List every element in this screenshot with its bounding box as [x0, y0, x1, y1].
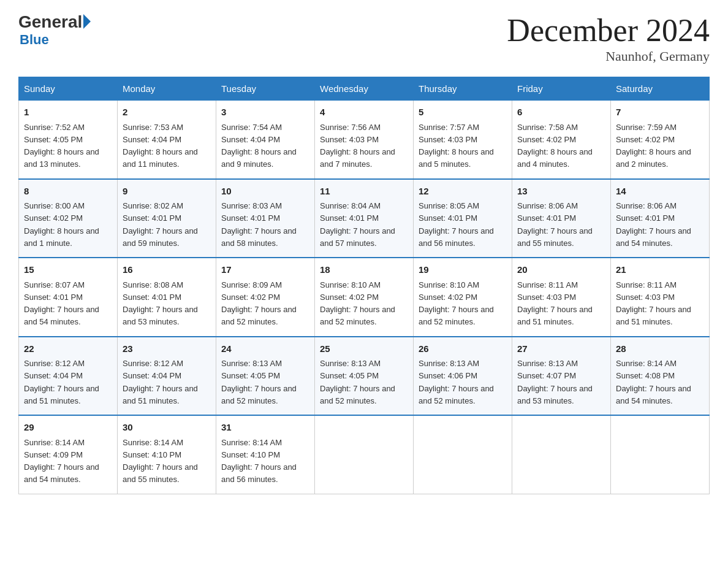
day-info: Sunrise: 8:13 AMSunset: 4:07 PMDaylight:…	[517, 359, 593, 405]
day-info: Sunrise: 8:02 AMSunset: 4:01 PMDaylight:…	[123, 201, 198, 248]
day-number: 22	[24, 342, 112, 356]
day-info: Sunrise: 8:13 AMSunset: 4:06 PMDaylight:…	[419, 359, 494, 405]
calendar-cell: 9 Sunrise: 8:02 AMSunset: 4:01 PMDayligh…	[118, 179, 216, 258]
calendar-cell: 8 Sunrise: 8:00 AMSunset: 4:02 PMDayligh…	[19, 179, 118, 258]
calendar-cell	[512, 415, 611, 494]
day-number: 1	[24, 105, 112, 120]
day-number: 30	[123, 421, 211, 435]
calendar-cell: 27 Sunrise: 8:13 AMSunset: 4:07 PMDaylig…	[512, 337, 611, 416]
day-info: Sunrise: 7:52 AMSunset: 4:05 PMDaylight:…	[24, 123, 99, 169]
calendar-week-row: 8 Sunrise: 8:00 AMSunset: 4:02 PMDayligh…	[19, 179, 710, 258]
calendar-cell: 18 Sunrise: 8:10 AMSunset: 4:02 PMDaylig…	[315, 258, 414, 337]
calendar-cell: 20 Sunrise: 8:11 AMSunset: 4:03 PMDaylig…	[512, 258, 611, 337]
day-number: 13	[517, 185, 605, 199]
day-number: 14	[616, 185, 704, 199]
calendar-cell: 19 Sunrise: 8:10 AMSunset: 4:02 PMDaylig…	[414, 258, 512, 337]
day-info: Sunrise: 7:53 AMSunset: 4:04 PMDaylight:…	[123, 123, 198, 169]
day-info: Sunrise: 8:00 AMSunset: 4:02 PMDaylight:…	[24, 201, 99, 248]
calendar-cell: 17 Sunrise: 8:09 AMSunset: 4:02 PMDaylig…	[216, 258, 315, 337]
calendar-cell: 7 Sunrise: 7:59 AMSunset: 4:02 PMDayligh…	[611, 101, 710, 179]
calendar-cell: 16 Sunrise: 8:08 AMSunset: 4:01 PMDaylig…	[118, 258, 216, 337]
calendar-cell: 21 Sunrise: 8:11 AMSunset: 4:03 PMDaylig…	[611, 258, 710, 337]
day-number: 15	[24, 263, 112, 277]
logo-general: General	[18, 12, 82, 32]
calendar-cell: 6 Sunrise: 7:58 AMSunset: 4:02 PMDayligh…	[512, 101, 611, 179]
day-number: 26	[419, 342, 507, 356]
calendar-cell	[315, 415, 414, 494]
calendar-cell: 31 Sunrise: 8:14 AMSunset: 4:10 PMDaylig…	[216, 415, 315, 494]
day-number: 2	[123, 105, 211, 120]
calendar-week-row: 29 Sunrise: 8:14 AMSunset: 4:09 PMDaylig…	[19, 415, 710, 494]
calendar-cell: 2 Sunrise: 7:53 AMSunset: 4:04 PMDayligh…	[118, 101, 216, 179]
day-number: 10	[221, 185, 309, 199]
day-info: Sunrise: 8:05 AMSunset: 4:01 PMDaylight:…	[419, 201, 494, 248]
day-number: 11	[320, 185, 408, 199]
weekday-header-thursday: Thursday	[414, 77, 512, 101]
logo-blue-text: Blue	[20, 32, 91, 48]
calendar-cell: 1 Sunrise: 7:52 AMSunset: 4:05 PMDayligh…	[19, 101, 118, 179]
calendar-cell	[611, 415, 710, 494]
page-header: General Blue December 2024 Naunhof, Germ…	[18, 12, 710, 64]
logo-arrow-icon	[83, 14, 91, 29]
month-title: December 2024	[507, 12, 710, 48]
calendar-cell: 13 Sunrise: 8:06 AMSunset: 4:01 PMDaylig…	[512, 179, 611, 258]
weekday-header-monday: Monday	[118, 77, 216, 101]
calendar-week-row: 15 Sunrise: 8:07 AMSunset: 4:01 PMDaylig…	[19, 258, 710, 337]
day-number: 27	[517, 342, 605, 356]
day-info: Sunrise: 7:57 AMSunset: 4:03 PMDaylight:…	[419, 123, 494, 169]
logo: General Blue	[18, 12, 91, 48]
day-info: Sunrise: 7:59 AMSunset: 4:02 PMDaylight:…	[616, 123, 691, 169]
calendar-week-row: 22 Sunrise: 8:12 AMSunset: 4:04 PMDaylig…	[19, 337, 710, 416]
day-number: 9	[123, 185, 211, 199]
day-number: 20	[517, 263, 605, 277]
day-info: Sunrise: 8:10 AMSunset: 4:02 PMDaylight:…	[320, 280, 395, 327]
calendar-cell: 15 Sunrise: 8:07 AMSunset: 4:01 PMDaylig…	[19, 258, 118, 337]
day-info: Sunrise: 8:04 AMSunset: 4:01 PMDaylight:…	[320, 201, 395, 248]
day-number: 24	[221, 342, 309, 356]
calendar-cell: 24 Sunrise: 8:13 AMSunset: 4:05 PMDaylig…	[216, 337, 315, 416]
day-info: Sunrise: 7:56 AMSunset: 4:03 PMDaylight:…	[320, 123, 395, 169]
day-info: Sunrise: 8:13 AMSunset: 4:05 PMDaylight:…	[221, 359, 297, 405]
weekday-header-row: SundayMondayTuesdayWednesdayThursdayFrid…	[19, 77, 710, 101]
calendar-cell: 3 Sunrise: 7:54 AMSunset: 4:04 PMDayligh…	[216, 101, 315, 179]
day-info: Sunrise: 8:14 AMSunset: 4:10 PMDaylight:…	[123, 438, 198, 484]
day-number: 28	[616, 342, 704, 356]
day-info: Sunrise: 8:10 AMSunset: 4:02 PMDaylight:…	[419, 280, 494, 327]
day-number: 17	[221, 263, 309, 277]
calendar-cell: 12 Sunrise: 8:05 AMSunset: 4:01 PMDaylig…	[414, 179, 512, 258]
day-number: 25	[320, 342, 408, 356]
day-info: Sunrise: 8:03 AMSunset: 4:01 PMDaylight:…	[221, 201, 297, 248]
day-number: 29	[24, 421, 112, 435]
day-info: Sunrise: 8:12 AMSunset: 4:04 PMDaylight:…	[24, 359, 99, 405]
weekday-header-saturday: Saturday	[611, 77, 710, 101]
day-info: Sunrise: 8:12 AMSunset: 4:04 PMDaylight:…	[123, 359, 198, 405]
day-info: Sunrise: 8:11 AMSunset: 4:03 PMDaylight:…	[517, 280, 593, 327]
calendar-cell: 29 Sunrise: 8:14 AMSunset: 4:09 PMDaylig…	[19, 415, 118, 494]
day-info: Sunrise: 8:14 AMSunset: 4:08 PMDaylight:…	[616, 359, 691, 405]
title-section: December 2024 Naunhof, Germany	[507, 12, 710, 64]
day-info: Sunrise: 8:08 AMSunset: 4:01 PMDaylight:…	[123, 280, 198, 327]
calendar-cell	[414, 415, 512, 494]
calendar-cell: 10 Sunrise: 8:03 AMSunset: 4:01 PMDaylig…	[216, 179, 315, 258]
calendar-cell: 30 Sunrise: 8:14 AMSunset: 4:10 PMDaylig…	[118, 415, 216, 494]
day-number: 19	[419, 263, 507, 277]
day-info: Sunrise: 8:06 AMSunset: 4:01 PMDaylight:…	[616, 201, 691, 248]
calendar-cell: 5 Sunrise: 7:57 AMSunset: 4:03 PMDayligh…	[414, 101, 512, 179]
calendar-cell: 4 Sunrise: 7:56 AMSunset: 4:03 PMDayligh…	[315, 101, 414, 179]
day-number: 23	[123, 342, 211, 356]
day-info: Sunrise: 8:13 AMSunset: 4:05 PMDaylight:…	[320, 359, 395, 405]
calendar-cell: 11 Sunrise: 8:04 AMSunset: 4:01 PMDaylig…	[315, 179, 414, 258]
weekday-header-wednesday: Wednesday	[315, 77, 414, 101]
day-number: 21	[616, 263, 704, 277]
day-number: 5	[419, 105, 507, 120]
day-info: Sunrise: 7:54 AMSunset: 4:04 PMDaylight:…	[221, 123, 297, 169]
day-number: 6	[517, 105, 605, 120]
day-number: 16	[123, 263, 211, 277]
weekday-header-friday: Friday	[512, 77, 611, 101]
weekday-header-tuesday: Tuesday	[216, 77, 315, 101]
calendar-table: SundayMondayTuesdayWednesdayThursdayFrid…	[18, 77, 710, 494]
day-number: 12	[419, 185, 507, 199]
day-number: 7	[616, 105, 704, 120]
calendar-week-row: 1 Sunrise: 7:52 AMSunset: 4:05 PMDayligh…	[19, 101, 710, 179]
location-title: Naunhof, Germany	[507, 48, 710, 64]
